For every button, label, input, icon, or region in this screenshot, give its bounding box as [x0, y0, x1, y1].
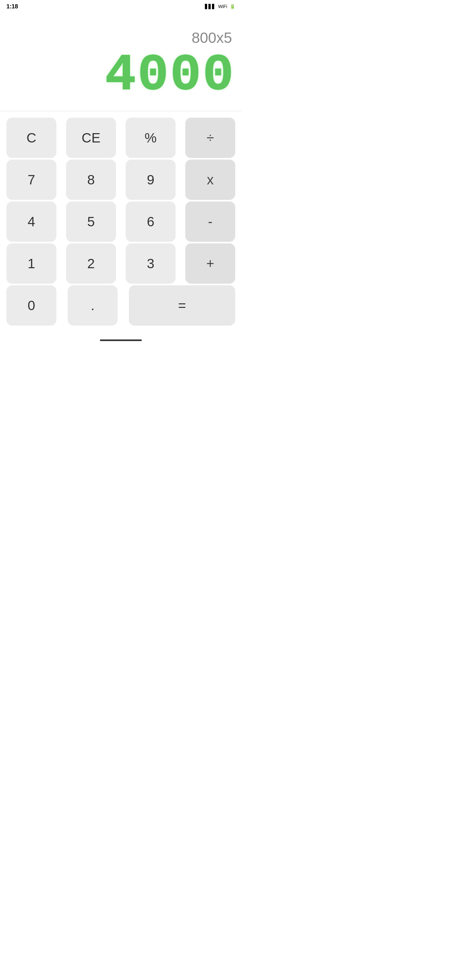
two-button[interactable]: 2 [66, 243, 116, 284]
expression-display: 800x5 [0, 13, 242, 46]
key-row-2: 7 8 9 x [6, 159, 235, 200]
equals-button[interactable]: = [129, 285, 235, 326]
keypad: C CE % ÷ 7 8 9 x 4 5 6 - 1 2 3 + 0 . = [0, 111, 242, 337]
three-button[interactable]: 3 [126, 243, 176, 284]
six-button[interactable]: 6 [126, 202, 176, 242]
divide-button[interactable]: ÷ [185, 118, 235, 158]
home-indicator [100, 339, 142, 341]
key-row-3: 4 5 6 - [6, 202, 235, 242]
status-time: 1:18 [6, 3, 18, 10]
add-button[interactable]: + [185, 243, 235, 284]
subtract-button[interactable]: - [185, 202, 235, 242]
seven-button[interactable]: 7 [6, 159, 56, 200]
decimal-button[interactable]: . [68, 285, 118, 326]
expression-text: 800x5 [192, 29, 232, 46]
clear-entry-button[interactable]: CE [66, 118, 116, 158]
status-bar: 1:18 ▋▋▋ WiFi 🔋 [0, 0, 242, 13]
key-row-5: 0 . = [6, 285, 235, 326]
battery-icon: 🔋 [230, 4, 235, 9]
five-button[interactable]: 5 [66, 202, 116, 242]
four-button[interactable]: 4 [6, 202, 56, 242]
result-value: 4000 [105, 49, 235, 101]
percent-button[interactable]: % [126, 118, 176, 158]
key-row-4: 1 2 3 + [6, 243, 235, 284]
clear-button[interactable]: C [6, 118, 56, 158]
eight-button[interactable]: 8 [66, 159, 116, 200]
signal-icon: ▋▋▋ [205, 4, 216, 9]
nine-button[interactable]: 9 [126, 159, 176, 200]
one-button[interactable]: 1 [6, 243, 56, 284]
zero-button[interactable]: 0 [6, 285, 56, 326]
key-row-1: C CE % ÷ [6, 118, 235, 158]
multiply-button[interactable]: x [185, 159, 235, 200]
result-display-area: 4000 [0, 46, 242, 108]
wifi-icon: WiFi [218, 4, 227, 9]
